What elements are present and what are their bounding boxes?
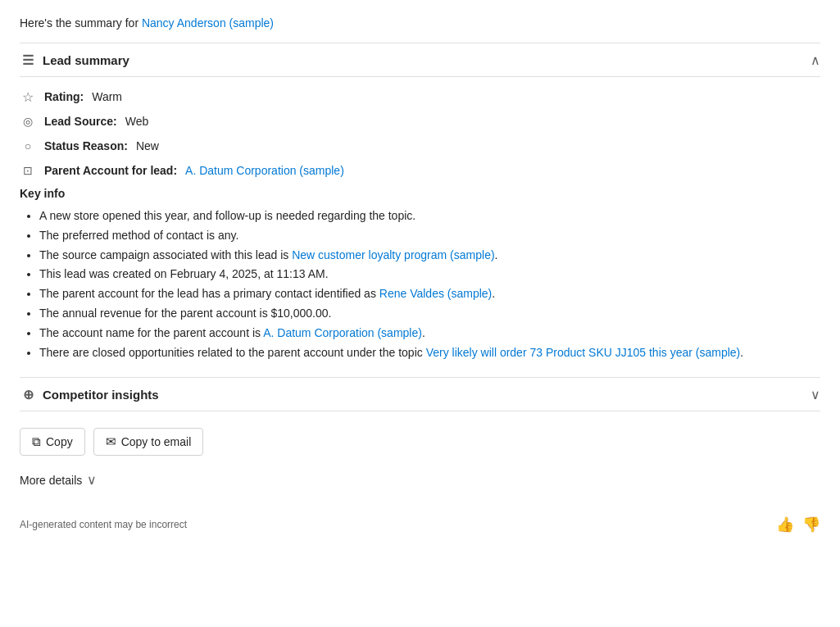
key-info-item-7: The account name for the parent account … <box>39 326 425 339</box>
lead-summary-chevron-up-icon <box>810 52 820 68</box>
parent-account-label: Parent Account for lead: <box>44 164 177 177</box>
list-item: A new store opened this year, and follow… <box>39 207 820 226</box>
field-lead-source: Lead Source: Web <box>20 113 820 129</box>
datum-corp-link[interactable]: A. Datum Corporation (sample) <box>263 326 422 339</box>
key-info-item-6: The annual revenue for the parent accoun… <box>39 307 331 320</box>
copy-label: Copy <box>46 435 73 448</box>
status-reason-icon <box>20 138 36 154</box>
list-item: The account name for the parent account … <box>39 324 820 343</box>
copy-button[interactable]: Copy <box>20 428 85 456</box>
more-details-label: More details <box>20 474 82 487</box>
feedback-icons: 👍 👎 <box>776 516 820 534</box>
campaign-link[interactable]: New customer loyalty program (sample) <box>292 248 494 261</box>
field-rating: Rating: Warm <box>20 89 820 105</box>
parent-account-link[interactable]: A. Datum Corporation (sample) <box>185 164 344 177</box>
more-details-chevron-down-icon <box>87 472 97 488</box>
copy-to-email-button[interactable]: Copy to email <box>93 428 204 456</box>
key-info-item-1: A new store opened this year, and follow… <box>39 209 415 222</box>
lead-name-link[interactable]: Nancy Anderson (sample) <box>142 16 274 30</box>
thumbs-up-icon[interactable]: 👍 <box>776 516 794 534</box>
key-info-item-3: The source campaign associated with this… <box>39 248 497 261</box>
key-info-item-5: The parent account for the lead has a pr… <box>39 287 495 300</box>
email-icon <box>106 434 116 449</box>
competitor-insights-label: Competitor insights <box>43 388 159 402</box>
status-reason-label: Status Reason: <box>44 139 128 152</box>
list-item: The annual revenue for the parent accoun… <box>39 304 820 324</box>
lead-source-value: Web <box>125 115 149 128</box>
opportunity-link[interactable]: Very likely will order 73 Product SKU JJ… <box>426 346 741 359</box>
intro-text: Here's the summary for <box>20 16 142 30</box>
competitor-insights-left: Competitor insights <box>20 386 159 402</box>
lead-source-label: Lead Source: <box>44 115 117 128</box>
list-item: The preferred method of contact is any. <box>39 226 820 246</box>
field-status-reason: Status Reason: New <box>20 138 820 154</box>
copy-icon <box>32 434 41 449</box>
rating-value: Warm <box>92 90 122 103</box>
field-parent-account: Parent Account for lead: A. Datum Corpor… <box>20 162 820 179</box>
key-info-section: Key info A new store opened this year, a… <box>20 187 820 362</box>
thumbs-down-icon[interactable]: 👎 <box>802 516 820 534</box>
key-info-title: Key info <box>20 187 820 200</box>
rating-label: Rating: <box>44 90 84 103</box>
key-info-list: A new store opened this year, and follow… <box>20 207 820 362</box>
more-details-row[interactable]: More details <box>20 472 820 488</box>
rene-valdes-link[interactable]: Rene Valdes (sample) <box>379 287 492 300</box>
competitor-insights-chevron-down-icon <box>810 387 820 402</box>
lead-summary-header-left: Lead summary <box>20 52 129 68</box>
competitor-insights-header[interactable]: Competitor insights <box>20 377 820 411</box>
lead-summary-icon <box>20 52 36 68</box>
action-buttons: Copy Copy to email <box>20 428 820 456</box>
key-info-item-2: The preferred method of contact is any. <box>39 229 238 242</box>
parent-account-value: A. Datum Corporation (sample) <box>185 164 344 177</box>
list-item: There are closed opportunities related t… <box>39 343 820 363</box>
list-item: The parent account for the lead has a pr… <box>39 284 820 304</box>
competitor-insights-icon <box>20 386 36 402</box>
key-info-item-4: This lead was created on February 4, 202… <box>39 267 329 280</box>
lead-source-icon <box>20 113 36 129</box>
intro-line: Here's the summary for Nancy Anderson (s… <box>20 16 820 30</box>
key-info-item-8: There are closed opportunities related t… <box>39 346 743 359</box>
lead-summary-label: Lead summary <box>43 53 129 67</box>
footer-row: AI-generated content may be incorrect 👍 … <box>20 507 820 534</box>
copy-to-email-label: Copy to email <box>121 435 192 448</box>
parent-account-icon <box>20 162 36 179</box>
rating-icon <box>20 89 36 105</box>
ai-disclaimer: AI-generated content may be incorrect <box>20 519 187 530</box>
lead-summary-header[interactable]: Lead summary <box>20 43 820 77</box>
status-reason-value: New <box>136 139 159 152</box>
list-item: This lead was created on February 4, 202… <box>39 265 820 284</box>
list-item: The source campaign associated with this… <box>39 246 820 266</box>
